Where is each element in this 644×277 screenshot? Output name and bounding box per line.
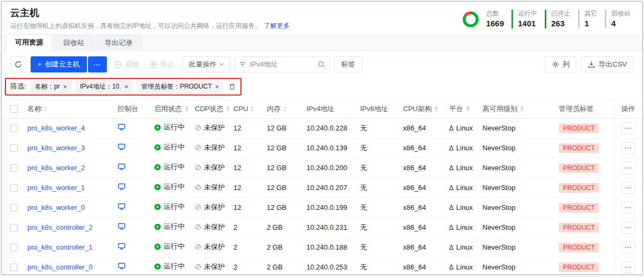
cell-name: pro_k8s_controller_2	[23, 217, 113, 237]
annotation-highlight: 筛选: 名称：pr × IPv4地址：10. × 管理员标签：PRODUCT ×	[5, 78, 241, 96]
cell-cdp-state: 未保护	[191, 237, 229, 257]
vm-name-link[interactable]: pro_k8s_worker_4	[27, 124, 85, 132]
cell-actions: ⋯	[614, 138, 642, 158]
console-icon[interactable]	[118, 222, 126, 230]
sort-icon[interactable]	[283, 106, 287, 112]
row-checkbox[interactable]	[10, 184, 18, 192]
row-checkbox[interactable]	[10, 264, 18, 271]
row-actions-button[interactable]: ⋯	[621, 222, 635, 234]
cell-ipv4: 10.240.0.188	[302, 237, 356, 257]
clear-filters-button[interactable]	[229, 83, 236, 90]
cell-cpu-arch: x86_64	[399, 158, 445, 178]
filter-funnel-icon[interactable]	[465, 106, 471, 112]
learn-more-link[interactable]: 了解更多	[264, 22, 290, 30]
column-header-platform[interactable]: 平台	[445, 99, 478, 118]
cell-memory: 12 GB	[262, 178, 302, 198]
search-input[interactable]	[249, 60, 314, 69]
row-actions-button[interactable]: ⋯	[621, 162, 635, 174]
running-status-icon	[154, 184, 161, 191]
console-icon[interactable]	[118, 242, 126, 250]
vm-name-link[interactable]: pro_k8s_worker_1	[27, 184, 85, 192]
platform-text: Linux	[456, 183, 473, 193]
column-header-cpu-arch[interactable]: CPU架构	[399, 99, 445, 118]
search-icon[interactable]	[318, 61, 325, 68]
column-label: CDP状态	[195, 104, 223, 114]
cell-memory: 12 GB	[262, 198, 302, 217]
console-icon[interactable]	[118, 262, 126, 270]
cdp-state-text: 未保护	[204, 262, 225, 272]
vm-name-link[interactable]: pro_k8s_worker_3	[27, 144, 85, 152]
row-actions-button[interactable]: ⋯	[621, 142, 635, 154]
row-actions-button[interactable]: ⋯	[621, 122, 635, 134]
cell-cpu-arch: x86_64	[399, 118, 445, 138]
tab-export-records[interactable]: 导出记录	[96, 35, 142, 51]
cdp-state-text: 未保护	[204, 143, 225, 152]
cell-checkbox	[2, 217, 23, 237]
console-icon[interactable]	[118, 202, 126, 210]
cell-actions: ⋯	[614, 198, 642, 217]
row-actions-button[interactable]: ⋯	[621, 242, 635, 253]
column-header-cdp-state[interactable]: CDP状态	[191, 99, 229, 118]
row-actions-button[interactable]: ⋯	[621, 202, 635, 214]
columns-button[interactable]: 列	[545, 56, 576, 72]
vm-name-link[interactable]: pro_k8s_controller_2	[27, 223, 92, 231]
cell-memory: 12 GB	[262, 158, 302, 178]
row-checkbox[interactable]	[10, 244, 18, 251]
console-icon[interactable]	[118, 163, 126, 171]
batch-operations-button[interactable]: 批量操作	[182, 56, 230, 72]
cell-admin-tag: PRODUCT	[554, 118, 614, 138]
close-icon[interactable]: ×	[63, 83, 67, 90]
admin-tag-badge: PRODUCT	[559, 203, 599, 213]
vm-name-link[interactable]: pro_k8s_worker_2	[27, 164, 85, 172]
tab-available-resources[interactable]: 可用资源	[6, 34, 52, 51]
start-button[interactable]: 启动	[111, 56, 142, 72]
cell-checkbox	[2, 158, 23, 178]
filter-funnel-icon[interactable]	[225, 106, 229, 112]
vm-name-link[interactable]: pro_k8s_worker_0	[27, 203, 85, 212]
column-header-memory[interactable]: 内存	[262, 99, 302, 118]
cdp-state-text: 未保护	[204, 163, 225, 172]
cell-cdp-state: 未保护	[191, 257, 229, 275]
row-actions-button[interactable]: ⋯	[621, 261, 635, 273]
console-icon[interactable]	[118, 123, 126, 131]
filter-chip-text: 名称：pr	[35, 82, 60, 91]
console-icon[interactable]	[118, 183, 126, 191]
row-checkbox[interactable]	[10, 164, 18, 172]
create-vm-button[interactable]: + 创建云主机	[31, 56, 87, 72]
row-checkbox[interactable]	[10, 204, 18, 212]
filter-funnel-icon[interactable]	[434, 106, 439, 112]
power-state-text: 运行中	[164, 222, 185, 231]
search-box[interactable]	[235, 56, 330, 72]
unprotected-icon	[195, 264, 201, 270]
export-csv-label: 导出CSV	[598, 60, 627, 69]
column-header-ha-level[interactable]: 高可用级别	[478, 99, 554, 118]
tag-button[interactable]: 标签	[334, 56, 362, 72]
row-checkbox[interactable]	[10, 144, 18, 152]
row-checkbox[interactable]	[10, 125, 18, 132]
filter-funnel-icon[interactable]	[519, 106, 525, 112]
sort-icon[interactable]	[43, 106, 48, 112]
console-icon[interactable]	[118, 143, 126, 151]
select-all-checkbox[interactable]	[10, 105, 18, 113]
admin-tag-badge: PRODUCT	[559, 183, 599, 193]
close-icon[interactable]: ×	[215, 83, 219, 90]
column-header-power-state[interactable]: 启用状态	[150, 99, 191, 118]
cell-checkbox	[2, 198, 23, 217]
close-icon[interactable]: ×	[125, 83, 129, 90]
refresh-button[interactable]	[10, 56, 26, 72]
cell-ipv6: 无	[356, 178, 399, 198]
vm-name-link[interactable]: pro_k8s_controller_1	[27, 243, 92, 251]
row-actions-button[interactable]: ⋯	[621, 182, 635, 194]
cell-cpu: 12	[229, 138, 262, 158]
vm-name-link[interactable]: pro_k8s_controller_0	[27, 263, 92, 271]
tab-recycle-bin[interactable]: 回收站	[54, 35, 93, 51]
filter-funnel-icon[interactable]	[184, 106, 189, 112]
export-csv-button[interactable]: 导出CSV	[581, 56, 634, 72]
create-more-button[interactable]: ⋯	[88, 56, 107, 72]
column-header-name[interactable]: 名称	[23, 99, 113, 118]
stat-recycle-bin: 回收站 4	[605, 10, 631, 28]
row-checkbox[interactable]	[10, 224, 18, 231]
column-header-cpu[interactable]: CPU	[229, 99, 262, 118]
stop-button[interactable]: 停止	[147, 56, 178, 72]
sort-icon[interactable]	[250, 106, 254, 112]
